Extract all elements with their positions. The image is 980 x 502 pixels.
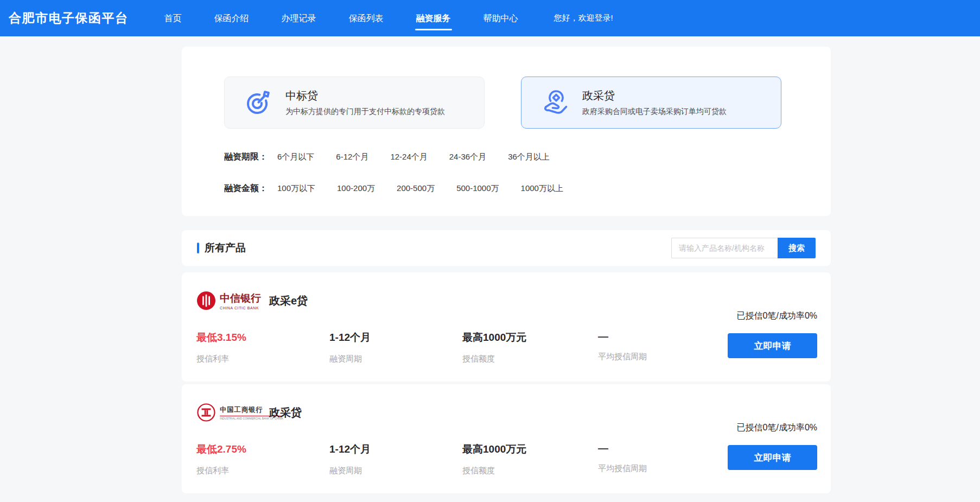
loan-type-card[interactable]: 中标贷 为中标方提供的专门用于支付中标款的专项贷款: [224, 77, 485, 129]
stat-column: 最低3.15%授信利率: [196, 331, 329, 364]
loan-type-title: 政采贷: [582, 88, 727, 103]
product-card: 中国工商银行 INDUSTRIAL AND COMMERCIAL BANK OF…: [182, 384, 831, 493]
filter-option[interactable]: 200-500万: [397, 183, 435, 194]
search-input[interactable]: [671, 238, 778, 258]
product-list: 中信银行 CHINA CITIC BANK 政采e贷 最低3.15%授信利率1-…: [182, 272, 831, 493]
filters: 融资期限：6个月以下6-12个月12-24个月24-36个月36个月以上融资金额…: [224, 151, 831, 194]
filter-option[interactable]: 100万以下: [277, 183, 315, 194]
filter-option[interactable]: 6个月以下: [277, 152, 314, 162]
stat-value: 最高1000万元: [462, 331, 598, 345]
stat-value: 最高1000万元: [462, 442, 598, 456]
loan-type-desc: 政府采购合同或电子卖场采购订单均可贷款: [582, 107, 727, 117]
filter-option[interactable]: 24-36个月: [449, 152, 486, 162]
credit-summary: 已授信0笔/成功率0%: [709, 422, 817, 434]
filter-option[interactable]: 500-1000万: [456, 183, 499, 194]
nav-item[interactable]: 保函列表: [333, 0, 400, 36]
icbc-bank-logo-icon: [196, 403, 216, 422]
apply-button[interactable]: 立即申请: [728, 333, 817, 358]
filter-label: 融资期限：: [224, 151, 268, 163]
platform-title: 合肥市电子保函平台: [9, 10, 129, 27]
credit-summary: 已授信0笔/成功率0%: [709, 310, 817, 322]
loan-type-card[interactable]: 政采贷 政府采购合同或电子卖场采购订单均可贷款: [521, 77, 781, 129]
stat-label: 授信利率: [196, 354, 329, 364]
bank-logo: 中信银行 CHINA CITIC BANK: [196, 291, 257, 310]
page-content: 中标贷 为中标方提供的专门用于支付中标款的专项贷款 政采贷 政府采购合同或电子卖…: [182, 47, 831, 502]
nav-item[interactable]: 帮助中心: [467, 0, 534, 36]
nav-item[interactable]: 融资服务: [400, 0, 467, 36]
filter-row: 融资期限：6个月以下6-12个月12-24个月24-36个月36个月以上: [224, 151, 831, 163]
main-nav: 首页保函介绍办理记录保函列表融资服务帮助中心: [148, 0, 534, 36]
bank-logo: 中国工商银行 INDUSTRIAL AND COMMERCIAL BANK OF…: [196, 403, 257, 422]
product-search: 搜索: [671, 238, 816, 258]
nav-item[interactable]: 首页: [148, 0, 198, 36]
filter-option[interactable]: 100-200万: [337, 183, 375, 194]
stat-label: 授信额度: [462, 354, 598, 364]
loan-type-cards: 中标贷 为中标方提供的专门用于支付中标款的专项贷款 政采贷 政府采购合同或电子卖…: [224, 77, 831, 129]
apply-button[interactable]: 立即申请: [728, 445, 817, 470]
products-header: 所有产品 搜索: [182, 230, 831, 266]
nav-item[interactable]: 办理记录: [265, 0, 333, 36]
stat-value: 最低2.75%: [196, 442, 329, 456]
bank-name: 中信银行: [220, 291, 261, 306]
bank-name-en: CHINA CITIC BANK: [220, 306, 261, 310]
section-title: 所有产品: [205, 241, 246, 255]
nav-item[interactable]: 保函介绍: [198, 0, 265, 36]
stat-value: 1-12个月: [329, 442, 462, 456]
search-button[interactable]: 搜索: [778, 238, 816, 258]
stat-column: 最高1000万元授信额度: [462, 331, 598, 364]
stat-label: 授信利率: [196, 466, 329, 476]
filter-row: 融资金额：100万以下100-200万200-500万500-1000万1000…: [224, 183, 831, 194]
citic-bank-logo-icon: [196, 291, 216, 310]
filter-label: 融资金额：: [224, 183, 268, 194]
stat-label: 授信额度: [462, 466, 598, 476]
stat-column: 最高1000万元授信额度: [462, 442, 598, 476]
section-title-wrap: 所有产品: [197, 241, 246, 255]
filter-option[interactable]: 1000万以上: [521, 183, 563, 194]
stat-label: 融资周期: [329, 466, 462, 476]
login-welcome-link[interactable]: 您好，欢迎登录!: [554, 13, 613, 23]
stat-value: 1-12个月: [329, 331, 462, 345]
loan-type-title: 中标贷: [285, 88, 445, 103]
target-dart-icon: [243, 87, 273, 118]
product-name: 政采e贷: [269, 294, 308, 308]
filter-option[interactable]: 12-24个月: [390, 152, 427, 162]
stat-column: 1-12个月融资周期: [329, 331, 462, 364]
filter-option[interactable]: 6-12个月: [336, 152, 368, 162]
stat-label: 融资周期: [329, 354, 462, 364]
filter-option[interactable]: 36个月以上: [508, 152, 550, 162]
title-accent-bar: [197, 243, 199, 253]
product-card: 中信银行 CHINA CITIC BANK 政采e贷 最低3.15%授信利率1-…: [182, 272, 831, 382]
stat-column: 1-12个月融资周期: [329, 442, 462, 476]
top-nav: 合肥市电子保函平台 首页保函介绍办理记录保函列表融资服务帮助中心 您好，欢迎登录…: [0, 0, 980, 36]
stat-column: 最低2.75%授信利率: [196, 442, 329, 476]
stat-value: 最低3.15%: [196, 331, 329, 345]
product-name: 政采贷: [269, 405, 302, 420]
loan-type-desc: 为中标方提供的专门用于支付中标款的专项贷款: [285, 107, 445, 117]
loan-filter-panel: 中标贷 为中标方提供的专门用于支付中标款的专项贷款 政采贷 政府采购合同或电子卖…: [182, 47, 831, 216]
hand-coin-icon: [540, 87, 570, 118]
